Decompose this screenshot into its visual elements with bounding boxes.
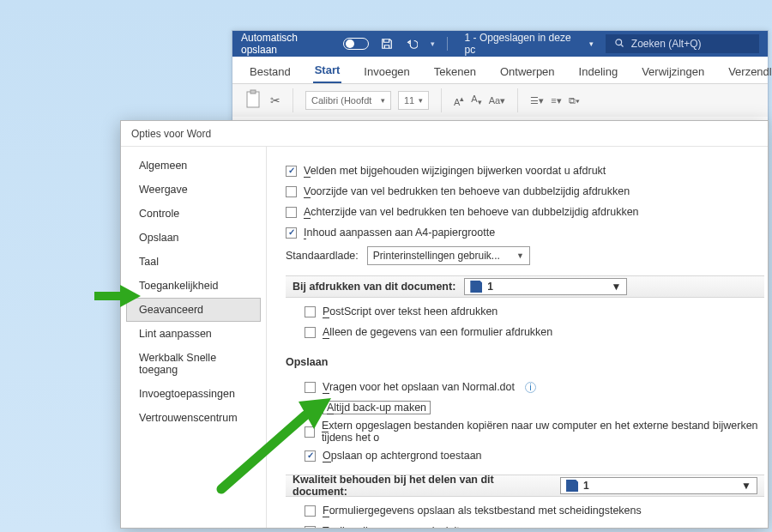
ribbon-tab-invoegen[interactable]: Invoegen	[362, 60, 412, 83]
checkbox[interactable]	[286, 227, 297, 239]
sidebar-item-opslaan[interactable]: Opslaan	[126, 226, 261, 250]
undo-icon[interactable]	[405, 37, 419, 51]
svg-point-0	[616, 39, 622, 45]
autosave-label: Automatisch opslaan	[241, 32, 336, 56]
checkbox[interactable]	[305, 402, 316, 414]
chevron-down-icon: ▾	[589, 39, 594, 48]
options-content: Velden met bijgehouden wijzigingen bijwe…	[267, 147, 768, 528]
checkbox-label[interactable]: Taalkundige gegevens insluiten	[323, 525, 472, 528]
checkbox[interactable]	[286, 166, 297, 177]
section-print-this-document: Bij afdrukken van dit document: 1 ▼	[286, 275, 764, 298]
svg-rect-2	[250, 90, 256, 94]
sidebar-item-toegankelijkheid[interactable]: Toegankelijkheid	[126, 274, 261, 298]
bullets-icon[interactable]: ☰▾	[530, 95, 544, 106]
ribbon-tab-tekenen[interactable]: Tekenen	[432, 60, 478, 83]
default-tray-label: Standaardlade:	[286, 250, 359, 262]
checkbox-label[interactable]: Vragen voor het opslaan van Normal.dot	[323, 381, 515, 393]
paste-icon[interactable]	[244, 89, 263, 112]
checkbox[interactable]	[305, 327, 316, 338]
font-increase-icon[interactable]: A▴	[454, 94, 464, 107]
chevron-down-icon: ▼	[741, 480, 751, 492]
chevron-down-icon: ▼	[611, 281, 621, 293]
checkbox[interactable]	[286, 207, 297, 218]
default-tray-combo[interactable]: Printerinstellingen gebruik...▼	[367, 246, 530, 265]
autosave-group[interactable]: Automatisch opslaan	[241, 32, 369, 56]
document-icon	[470, 281, 482, 293]
save-icon[interactable]	[381, 38, 393, 50]
checkbox[interactable]	[286, 186, 297, 197]
checkbox-label[interactable]: Achterzijde van vel bedrukken ten behoev…	[304, 206, 639, 218]
ribbon-tab-ontwerpen[interactable]: Ontwerpen	[498, 60, 557, 83]
info-icon[interactable]: i	[525, 382, 536, 393]
checkbox-label[interactable]: Altijd back-up maken	[323, 401, 431, 414]
font-name-combo[interactable]: Calibri (Hoofdt▾	[305, 91, 391, 110]
cut-icon[interactable]: ✂	[270, 94, 280, 107]
print-document-combo[interactable]: 1 ▼	[464, 278, 627, 295]
ribbon-tab-verzendlijsten[interactable]: Verzendlijsten	[727, 60, 772, 83]
doc-status[interactable]: 1 - Opgeslagen in deze pc ▾	[465, 32, 594, 56]
chevron-down-icon: ▼	[516, 251, 524, 260]
ribbon-tab-verwijzingen[interactable]: Verwijzingen	[640, 60, 706, 83]
change-case-icon[interactable]: Aa▾	[489, 95, 505, 106]
checkbox-label[interactable]: Velden met bijgehouden wijzigingen bijwe…	[304, 165, 606, 177]
ribbon-tab-start[interactable]: Start	[313, 58, 342, 83]
word-titlebar: Automatisch opslaan ▾ 1 - Opgeslagen in …	[232, 31, 768, 57]
options-sidebar: AlgemeenWeergaveControleOpslaanTaalToega…	[121, 147, 267, 528]
sidebar-item-vertrouwenscentrum[interactable]: Vertrouwenscentrum	[126, 406, 261, 430]
sidebar-item-werkbalk-snelle-toegang[interactable]: Werkbalk Snelle toegang	[126, 346, 261, 382]
multilevel-icon[interactable]: ⧉▾	[569, 95, 580, 106]
sidebar-item-taal[interactable]: Taal	[126, 250, 261, 274]
option-row: Extern opgeslagen bestanden kopiëren naa…	[305, 420, 768, 444]
sidebar-item-algemeen[interactable]: Algemeen	[126, 154, 261, 178]
numbering-icon[interactable]: ≡▾	[551, 95, 561, 106]
checkbox[interactable]	[305, 450, 316, 462]
checkbox[interactable]	[305, 306, 316, 317]
document-icon	[566, 480, 578, 492]
option-row: Taalkundige gegevens insluiten	[305, 523, 768, 528]
ribbon-strip: ✂ Calibri (Hoofdt▾ 11▾ A▴ A▾ Aa▾ ☰▾ ≡▾ ⧉…	[232, 84, 768, 117]
ribbon-group-separator	[441, 88, 442, 112]
quality-document-combo[interactable]: 1 ▼	[560, 477, 757, 494]
ribbon-tabs: BestandStartInvoegenTekenenOntwerpenInde…	[232, 57, 768, 84]
sidebar-item-lint-aanpassen[interactable]: Lint aanpassen	[126, 322, 261, 346]
sidebar-item-invoegtoepassingen[interactable]: Invoegtoepassingen	[126, 382, 261, 406]
search-icon	[614, 38, 624, 51]
option-row: Achterzijde van vel bedrukken ten behoev…	[286, 203, 768, 221]
svg-rect-1	[247, 92, 259, 107]
option-row: PostScript over tekst heen afdrukken	[305, 303, 768, 320]
option-row: Vragen voor het opslaan van Normal.doti	[305, 378, 768, 396]
ribbon-group-separator	[293, 88, 293, 112]
option-row: Alleen de gegevens van een formulier afd…	[305, 323, 768, 341]
section-quality: Kwaliteit behouden bij het delen van dit…	[286, 475, 764, 497]
ribbon-tab-indeling[interactable]: Indeling	[577, 60, 620, 83]
option-row: Opslaan op achtergrond toestaan	[305, 447, 768, 464]
checkbox[interactable]	[305, 426, 315, 438]
checkbox-label[interactable]: Alleen de gegevens van een formulier afd…	[323, 326, 552, 338]
option-row: Altijd back-up maken	[305, 399, 768, 416]
option-row: Velden met bijgehouden wijzigingen bijwe…	[286, 162, 768, 179]
word-options-dialog: Opties voor Word AlgemeenWeergaveControl…	[120, 120, 769, 529]
checkbox-label[interactable]: Extern opgeslagen bestanden kopiëren naa…	[322, 420, 768, 444]
checkbox-label[interactable]: Formuliergegevens opslaan als tekstbesta…	[323, 505, 642, 517]
sidebar-item-controle[interactable]: Controle	[126, 202, 261, 226]
ribbon-tab-bestand[interactable]: Bestand	[248, 60, 293, 83]
checkbox-label[interactable]: Voorzijde van vel bedrukken ten behoeve …	[304, 185, 630, 197]
sidebar-item-geavanceerd[interactable]: Geavanceerd	[126, 298, 261, 322]
ribbon-group-separator	[517, 88, 518, 112]
checkbox[interactable]	[305, 382, 316, 393]
section-save: Opslaan	[286, 351, 764, 373]
font-size-combo[interactable]: 11▾	[398, 91, 429, 110]
titlebar-separator	[447, 37, 448, 51]
checkbox-label[interactable]: PostScript over tekst heen afdrukken	[323, 305, 498, 317]
checkbox-label[interactable]: Opslaan op achtergrond toestaan	[323, 450, 482, 462]
option-row: Voorzijde van vel bedrukken ten behoeve …	[286, 183, 768, 200]
checkbox[interactable]	[305, 526, 316, 529]
checkbox[interactable]	[305, 505, 316, 517]
font-decrease-icon[interactable]: A▾	[471, 94, 481, 106]
option-row: Formuliergegevens opslaan als tekstbesta…	[305, 502, 768, 519]
autosave-toggle[interactable]	[343, 38, 369, 50]
search-box[interactable]: Zoeken (Alt+Q)	[606, 34, 759, 53]
chevron-down-icon[interactable]: ▾	[431, 39, 435, 48]
checkbox-label[interactable]: Inhoud aanpassen aan A4-papiergrootte	[304, 227, 495, 239]
sidebar-item-weergave[interactable]: Weergave	[126, 178, 261, 202]
